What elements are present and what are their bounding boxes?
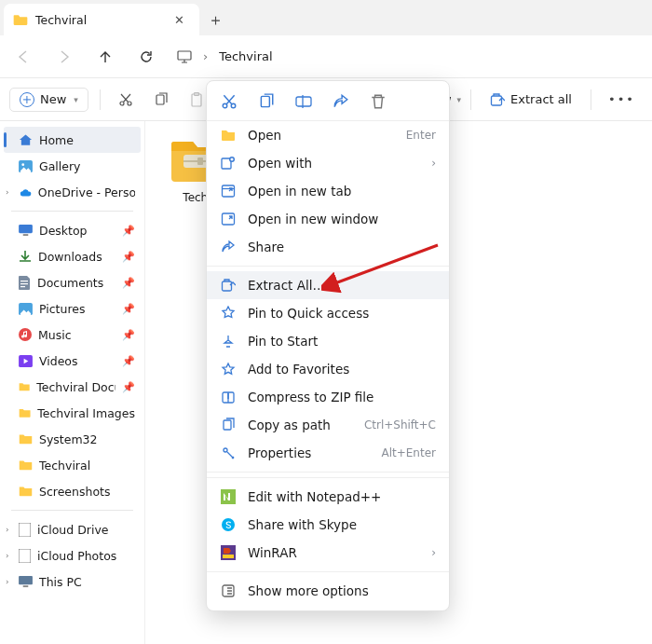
sidebar-item-folder[interactable]: Techviral: [4, 452, 141, 478]
svg-point-1: [120, 102, 124, 105]
refresh-button[interactable]: [136, 47, 156, 67]
context-item-label: WinRAR: [248, 545, 420, 560]
context-item-label: Show more options: [248, 583, 436, 598]
copy-icon[interactable]: [257, 92, 276, 111]
gallery-icon: [19, 160, 33, 172]
cut-icon[interactable]: [220, 92, 238, 111]
context-item-label: Share: [248, 240, 436, 254]
download-icon: [19, 250, 32, 263]
context-item-hint: Ctrl+Shift+C: [364, 418, 436, 432]
delete-icon[interactable]: [369, 92, 387, 111]
extract-all-button[interactable]: Extract all: [481, 89, 581, 111]
newwin-icon: [220, 212, 237, 226]
sidebar-item-label: Home: [39, 133, 74, 147]
context-item-share[interactable]: Share: [207, 233, 449, 261]
sidebar-item-home[interactable]: Home: [4, 127, 141, 153]
sidebar-item-folder[interactable]: System32: [4, 426, 141, 452]
context-item-zip[interactable]: Compress to ZIP file: [207, 383, 449, 411]
context-item-props[interactable]: PropertiesAlt+Enter: [207, 439, 449, 467]
context-item-pinqa[interactable]: Pin to Quick access: [207, 299, 449, 327]
zip-icon: [220, 390, 237, 404]
svg-rect-33: [224, 420, 231, 430]
breadcrumb[interactable]: › Techviral: [177, 49, 273, 63]
context-item-pinstart[interactable]: Pin to Start: [207, 327, 449, 355]
svg-point-2: [128, 102, 131, 105]
folder-icon: [19, 433, 33, 445]
context-item-label: Edit with Notepad++: [248, 489, 436, 504]
sidebar-item-label: Desktop: [39, 224, 88, 238]
breadcrumb-current[interactable]: Techviral: [219, 49, 272, 63]
context-item-label: Copy as path: [248, 418, 353, 432]
context-item-extract[interactable]: Extract All…: [207, 271, 449, 299]
context-item-label: Add to Favorites: [248, 362, 436, 377]
sidebar-item-folder[interactable]: Screenshots: [4, 478, 141, 504]
context-item-fav[interactable]: Add to Favorites: [207, 355, 449, 383]
sidebar-item-gallery[interactable]: Gallery: [4, 153, 141, 179]
context-item-npp[interactable]: Edit with Notepad++: [207, 483, 449, 511]
context-item-skype[interactable]: Share with Skype: [207, 511, 449, 539]
share-icon[interactable]: [332, 92, 350, 111]
sidebar-item-label: Screenshots: [39, 485, 110, 499]
new-tab-button[interactable]: ＋: [199, 4, 231, 35]
sidebar-item-icloud-drive[interactable]: › iCloud Drive: [4, 516, 141, 542]
svg-rect-26: [296, 97, 311, 106]
context-item-folder[interactable]: OpenEnter: [207, 121, 449, 149]
context-item-label: Open: [248, 128, 395, 143]
sidebar-item-icloud-photos[interactable]: › iCloud Photos: [4, 542, 141, 569]
new-button[interactable]: New ▾: [9, 88, 88, 112]
sidebar-item-onedrive[interactable]: › OneDrive - Persona: [4, 179, 141, 205]
context-item-label: Share with Skype: [248, 517, 436, 532]
context-item-hint: Enter: [406, 129, 436, 142]
context-item-winrar[interactable]: WinRAR›: [207, 539, 449, 567]
more-button[interactable]: •••: [601, 89, 643, 110]
close-tab-icon[interactable]: ✕: [169, 9, 190, 31]
more-icon: [220, 583, 237, 598]
context-item-label: Open with: [248, 156, 420, 171]
back-button[interactable]: [13, 47, 34, 67]
sidebar-item-downloads[interactable]: Downloads📌: [4, 243, 141, 269]
sidebar-item-this-pc[interactable]: › This PC: [4, 569, 141, 595]
folder-icon: [19, 407, 31, 418]
sidebar-item-pictures[interactable]: Pictures📌: [4, 295, 141, 322]
context-item-copypath[interactable]: Copy as pathCtrl+Shift+C: [207, 411, 449, 439]
sidebar-item-folder[interactable]: Techviral Docum📌: [4, 374, 141, 400]
context-item-newtab[interactable]: Open in new tab: [207, 177, 449, 205]
context-item-more[interactable]: Show more options: [207, 577, 449, 605]
extract-all-label: Extract all: [510, 92, 572, 106]
pc-icon: [19, 576, 33, 588]
context-item-openwith[interactable]: Open with›: [207, 149, 449, 177]
copy-button[interactable]: [147, 86, 175, 114]
sidebar-item-music[interactable]: Music📌: [4, 322, 141, 348]
sidebar-separator: [11, 510, 133, 511]
openwith-icon: [220, 156, 237, 171]
svg-rect-22: [197, 158, 203, 165]
context-separator: [207, 266, 449, 267]
pin-icon: 📌: [122, 277, 135, 289]
up-button[interactable]: [95, 47, 115, 67]
svg-point-24: [231, 103, 236, 108]
sidebar-item-videos[interactable]: Videos📌: [4, 348, 141, 374]
chevron-right-icon: ›: [6, 551, 9, 560]
svg-rect-0: [178, 51, 191, 60]
context-separator: [207, 571, 449, 572]
tab-techviral[interactable]: Techviral ✕: [4, 4, 199, 35]
context-item-newwin[interactable]: Open in new window: [207, 205, 449, 233]
forward-button[interactable]: [54, 47, 75, 67]
cut-button[interactable]: [112, 86, 140, 114]
sidebar-item-label: Techviral Images: [37, 406, 135, 420]
pictures-icon: [19, 303, 33, 315]
context-item-label: Open in new tab: [248, 184, 436, 199]
tab-title: Techviral: [35, 13, 169, 27]
fav-icon: [220, 362, 237, 377]
newtab-icon: [220, 184, 237, 199]
sidebar-item-folder[interactable]: Techviral Images: [4, 400, 141, 426]
drive-icon: [19, 549, 31, 563]
context-icon-row: [207, 87, 449, 121]
context-separator: [207, 477, 449, 478]
sidebar-item-label: This PC: [39, 575, 82, 589]
rename-icon[interactable]: [294, 92, 313, 111]
plus-icon: [20, 92, 34, 107]
sidebar-item-desktop[interactable]: Desktop📌: [4, 217, 141, 243]
sidebar-item-documents[interactable]: Documents📌: [4, 269, 141, 295]
svg-rect-18: [19, 549, 31, 563]
